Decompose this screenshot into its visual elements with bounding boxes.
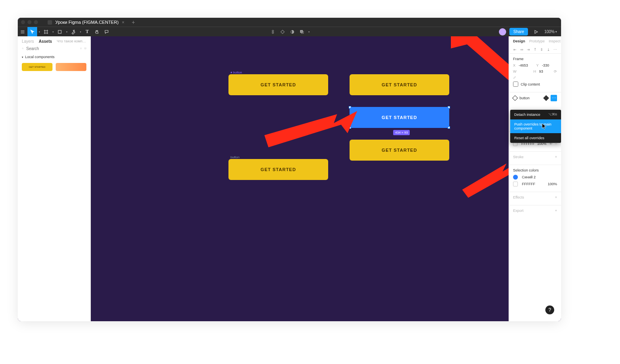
toolbar: ▾ ▾ ▾ ▾ T ▾ Share 100% (18, 27, 561, 36)
push-overrides-item[interactable]: Push overrides to main component (510, 119, 561, 133)
canvas[interactable]: ♦ button GET STARTED GET STARTED GET STA… (91, 36, 509, 321)
file-tab[interactable]: Уроки Figma (FIGMA.CENTER) × + (48, 19, 135, 25)
inspect-tab[interactable]: Inspect (549, 39, 561, 43)
present-button[interactable] (531, 29, 541, 34)
mask-tool-button[interactable] (287, 29, 297, 34)
titlebar: Уроки Figma (FIGMA.CENTER) × + (18, 18, 561, 27)
w-label: W (513, 69, 516, 73)
button-text: GET STARTED (382, 148, 417, 153)
instance-swap[interactable]: button (519, 96, 542, 100)
text-tool-button[interactable]: T (82, 27, 92, 36)
assets-tab[interactable]: Assets (39, 39, 52, 44)
h-input[interactable]: 93 (539, 69, 552, 73)
button-text: GET STARTED (382, 115, 417, 120)
shape-tool-button[interactable] (55, 27, 65, 36)
lock-aspect-icon[interactable]: ⟳ (554, 69, 557, 73)
component-thumb-2[interactable] (56, 63, 86, 71)
traffic-close-icon[interactable] (21, 20, 25, 24)
reset-size-button[interactable] (278, 29, 287, 34)
sel-color-swatch-2[interactable] (513, 182, 518, 186)
distribute-icon[interactable]: ⋯ (553, 47, 557, 52)
sel-color-swatch[interactable] (513, 175, 518, 180)
effects-title: Effects (513, 195, 524, 199)
instance-button-3[interactable]: GET STARTED (350, 140, 449, 161)
component-thumb-1[interactable]: GET STARTED (22, 63, 52, 71)
svg-marker-7 (451, 36, 509, 101)
align-left-icon[interactable]: ⇤ (513, 47, 517, 52)
reset-overrides-item[interactable]: Reset all overrides (510, 133, 561, 143)
menu-button[interactable] (18, 27, 27, 36)
comment-tool-button[interactable] (102, 27, 111, 36)
h-label: H (534, 69, 537, 73)
instance-button-1[interactable]: GET STARTED (350, 74, 449, 95)
hand-tool-button[interactable] (92, 27, 102, 36)
x-input[interactable]: -4653 (519, 63, 534, 67)
page-name[interactable]: Что такое компоненты, как с... (57, 39, 86, 44)
clip-content-checkbox[interactable] (513, 82, 518, 87)
shape-chevron-icon[interactable]: ▾ (65, 27, 69, 36)
add-effect-button[interactable]: + (555, 195, 557, 199)
svg-point-4 (22, 48, 23, 49)
instance-options-button[interactable]: ⋯ (551, 95, 557, 101)
resize-icon[interactable]: ⤢ (513, 75, 516, 79)
boolean-tool-button[interactable] (297, 29, 307, 34)
traffic-max-icon[interactable] (34, 20, 38, 24)
boolean-chevron-icon[interactable]: ▾ (307, 30, 311, 33)
layers-tab[interactable]: Layers (22, 39, 34, 44)
align-bottom-icon[interactable]: ⤓ (546, 47, 551, 52)
traffic-min-icon[interactable] (27, 20, 31, 24)
y-input[interactable]: -330 (542, 63, 557, 67)
move-tool-button[interactable] (27, 27, 37, 36)
button-text: GET STARTED (261, 82, 296, 87)
button-text: GET STARTED (261, 167, 296, 172)
move-chevron-icon[interactable]: ▾ (37, 27, 41, 36)
selection-dimensions-badge: 434 × 93 (393, 130, 410, 135)
frame-tool-button[interactable] (41, 27, 51, 36)
plain-button[interactable]: GET STARTED (228, 159, 328, 180)
align-top-icon[interactable]: ⤒ (533, 47, 538, 52)
pen-chevron-icon[interactable]: ▾ (78, 27, 82, 36)
align-right-icon[interactable]: ⇥ (526, 47, 531, 52)
add-stroke-button[interactable]: + (555, 155, 557, 159)
zoom-select[interactable]: 100% (544, 29, 557, 34)
main-component-label[interactable]: ♦ button (230, 71, 242, 74)
close-tab-icon[interactable]: × (122, 20, 124, 25)
library-icon[interactable] (84, 46, 86, 51)
add-export-button[interactable]: + (555, 209, 557, 213)
component-tool-button[interactable] (268, 29, 278, 34)
sel-color-opacity[interactable]: 100% (548, 182, 557, 186)
cursor-icon (542, 123, 547, 130)
button-text: GET STARTED (382, 82, 417, 87)
file-title: Уроки Figma (FIGMA.CENTER) (55, 20, 119, 25)
align-vcenter-icon[interactable]: ⇕ (539, 47, 544, 52)
new-tab-button[interactable]: + (132, 19, 135, 25)
search-input[interactable] (26, 46, 78, 51)
svg-marker-6 (264, 111, 357, 147)
x-label: X (513, 63, 516, 67)
annotation-arrow-1 (451, 36, 509, 101)
sel-color-name[interactable]: Синий 2 (522, 175, 557, 179)
prototype-tab[interactable]: Prototype (529, 39, 545, 43)
local-components-section[interactable]: Local components (18, 53, 90, 61)
design-tab[interactable]: Design (513, 39, 525, 43)
user-avatar-icon[interactable] (499, 28, 506, 36)
go-to-main-icon[interactable] (543, 95, 549, 101)
shortcut-label: ⌥⌘B (548, 113, 557, 117)
layer-label[interactable]: button (230, 155, 239, 159)
list-view-icon[interactable] (80, 46, 82, 51)
share-button[interactable]: Share (509, 28, 528, 36)
frame-chevron-icon[interactable]: ▾ (51, 27, 55, 36)
sel-colors-title: Selection colors (513, 168, 539, 172)
annotation-arrow-2 (264, 111, 357, 147)
help-button[interactable]: ? (545, 305, 554, 314)
annotation-arrow-3 (462, 157, 509, 198)
left-panel: Layers Assets Что такое компоненты, как … (18, 36, 91, 321)
main-button[interactable]: GET STARTED (228, 74, 328, 95)
thumb-label: GET STARTED (22, 63, 52, 71)
detach-instance-item[interactable]: Detach instance⌥⌘B (510, 110, 561, 119)
align-hcenter-icon[interactable]: ⇔ (519, 47, 524, 52)
instance-context-menu: Detach instance⌥⌘B Push overrides to mai… (510, 110, 561, 143)
instance-button-selected[interactable]: GET STARTED (350, 107, 449, 128)
sel-color-hex[interactable]: FFFFFF (522, 182, 545, 186)
pen-tool-button[interactable] (69, 27, 78, 36)
